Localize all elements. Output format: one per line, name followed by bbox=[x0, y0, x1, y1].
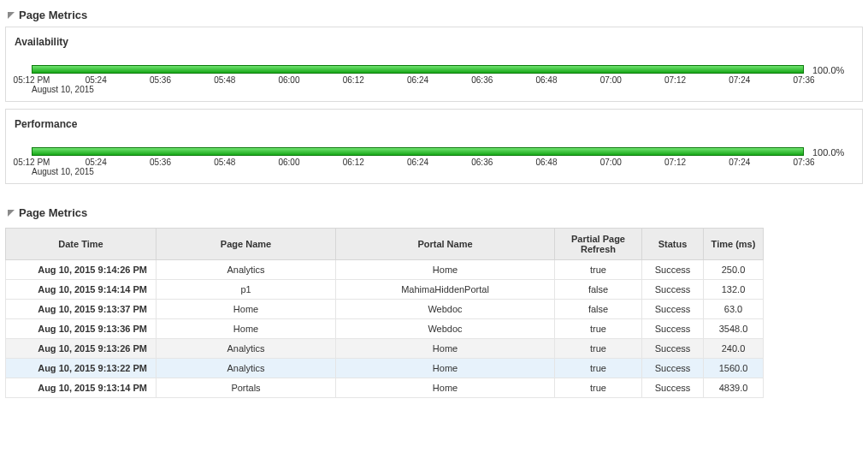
disclosure-triangle-icon bbox=[7, 11, 15, 20]
axis-tick: 07:36 bbox=[793, 75, 814, 85]
cell-time-ms: 250.0 bbox=[704, 260, 764, 280]
cell-page-name: p1 bbox=[156, 280, 336, 300]
chart-title: Availability bbox=[15, 36, 857, 48]
axis-tick: 05:24 bbox=[86, 75, 107, 85]
svg-marker-0 bbox=[8, 12, 15, 19]
axis-tick: 06:48 bbox=[535, 158, 557, 167]
axis-tick: 05:36 bbox=[150, 158, 171, 167]
axis-tick: 05:12 PM bbox=[14, 158, 50, 167]
axis-tick: 06:12 bbox=[343, 158, 364, 167]
page-metrics-table: Date Time Page Name Portal Name Partial … bbox=[5, 228, 764, 398]
table-row[interactable]: Aug 10, 2015 9:13:37 PMHomeWebdocfalseSu… bbox=[6, 300, 764, 319]
table-row[interactable]: Aug 10, 2015 9:14:26 PMAnalyticsHometrue… bbox=[6, 260, 764, 280]
col-partial-page-refresh[interactable]: Partial Page Refresh bbox=[555, 229, 642, 260]
axis-tick: 05:24 bbox=[86, 158, 107, 167]
axis-tick: 06:48 bbox=[535, 75, 557, 85]
cell-partial-page-refresh: true bbox=[555, 319, 642, 339]
availability-ticks: 05:12 PM05:2405:3605:4806:0006:1206:2406… bbox=[32, 75, 804, 96]
table-row[interactable]: Aug 10, 2015 9:13:14 PMPortalsHometrueSu… bbox=[6, 378, 764, 398]
cell-status: Success bbox=[642, 359, 704, 378]
cell-date-time: Aug 10, 2015 9:13:26 PM bbox=[6, 339, 156, 359]
cell-page-name: Analytics bbox=[156, 339, 336, 359]
cell-time-ms: 63.0 bbox=[704, 300, 764, 319]
cell-time-ms: 4839.0 bbox=[704, 378, 764, 398]
axis-tick: 05:12 PM bbox=[14, 75, 50, 85]
cell-portal-name: Home bbox=[336, 260, 555, 280]
cell-partial-page-refresh: true bbox=[555, 260, 642, 280]
axis-tick: 07:24 bbox=[729, 158, 750, 167]
cell-status: Success bbox=[642, 280, 704, 300]
section-title: Page Metrics bbox=[19, 206, 87, 219]
col-date-time[interactable]: Date Time bbox=[6, 229, 156, 260]
table-row[interactable]: Aug 10, 2015 9:14:14 PMp1MahimaHiddenPor… bbox=[6, 280, 764, 300]
axis-tick: 06:36 bbox=[471, 158, 493, 167]
performance-ticks: 05:12 PM05:2405:3605:4806:0006:1206:2406… bbox=[32, 158, 804, 178]
cell-partial-page-refresh: true bbox=[555, 359, 642, 378]
cell-portal-name: Webdoc bbox=[336, 300, 555, 319]
cell-status: Success bbox=[642, 339, 704, 359]
cell-status: Success bbox=[642, 260, 704, 280]
cell-partial-page-refresh: false bbox=[555, 300, 642, 319]
cell-partial-page-refresh: true bbox=[555, 378, 642, 398]
cell-time-ms: 1560.0 bbox=[704, 359, 764, 378]
cell-page-name: Home bbox=[156, 319, 336, 339]
cell-date-time: Aug 10, 2015 9:13:37 PM bbox=[6, 300, 156, 319]
availability-chart: Availability 05:12 PM05:2405:3605:4806:0… bbox=[5, 27, 863, 102]
table-row[interactable]: Aug 10, 2015 9:13:36 PMHomeWebdoctrueSuc… bbox=[6, 319, 764, 339]
cell-status: Success bbox=[642, 378, 704, 398]
cell-status: Success bbox=[642, 300, 704, 319]
axis-date-label: August 10, 2015 bbox=[32, 167, 94, 176]
table-row[interactable]: Aug 10, 2015 9:13:22 PMAnalyticsHometrue… bbox=[6, 359, 764, 378]
col-portal-name[interactable]: Portal Name bbox=[336, 229, 555, 260]
section-header-page-metrics-1[interactable]: Page Metrics bbox=[5, 5, 863, 27]
cell-page-name: Analytics bbox=[156, 260, 336, 280]
cell-portal-name: Home bbox=[336, 378, 555, 398]
axis-tick: 06:12 bbox=[343, 75, 364, 85]
axis-tick: 07:00 bbox=[600, 158, 622, 167]
disclosure-triangle-icon bbox=[7, 209, 15, 217]
cell-date-time: Aug 10, 2015 9:14:14 PM bbox=[6, 280, 156, 300]
cell-date-time: Aug 10, 2015 9:13:14 PM bbox=[6, 378, 156, 398]
axis-date-label: August 10, 2015 bbox=[32, 85, 94, 94]
col-time-ms[interactable]: Time (ms) bbox=[704, 229, 764, 260]
availability-bar bbox=[32, 65, 804, 74]
performance-chart: Performance 05:12 PM05:2405:3605:4806:00… bbox=[5, 109, 863, 184]
cell-date-time: Aug 10, 2015 9:13:36 PM bbox=[6, 319, 156, 339]
axis-tick: 06:00 bbox=[278, 158, 299, 167]
cell-status: Success bbox=[642, 319, 704, 339]
col-status[interactable]: Status bbox=[642, 229, 704, 260]
cell-portal-name: Home bbox=[336, 339, 555, 359]
svg-marker-1 bbox=[8, 210, 15, 217]
availability-percent: 100.0% bbox=[812, 65, 857, 75]
chart-title: Performance bbox=[15, 118, 857, 130]
axis-tick: 07:36 bbox=[793, 158, 814, 167]
axis-tick: 06:24 bbox=[407, 158, 428, 167]
axis-tick: 07:12 bbox=[664, 158, 686, 167]
cell-portal-name: Webdoc bbox=[336, 319, 555, 339]
cell-portal-name: Home bbox=[336, 359, 555, 378]
axis-tick: 05:48 bbox=[214, 75, 235, 85]
axis-tick: 07:00 bbox=[600, 75, 622, 85]
cell-page-name: Home bbox=[156, 300, 336, 319]
section-title: Page Metrics bbox=[19, 9, 87, 21]
cell-time-ms: 3548.0 bbox=[704, 319, 764, 339]
cell-partial-page-refresh: false bbox=[555, 280, 642, 300]
axis-tick: 06:24 bbox=[407, 75, 428, 85]
section-header-page-metrics-2[interactable]: Page Metrics bbox=[5, 203, 863, 224]
table-row[interactable]: Aug 10, 2015 9:13:26 PMAnalyticsHometrue… bbox=[6, 339, 764, 359]
performance-bar bbox=[32, 147, 804, 156]
cell-date-time: Aug 10, 2015 9:13:22 PM bbox=[6, 359, 156, 378]
cell-portal-name: MahimaHiddenPortal bbox=[336, 280, 555, 300]
axis-tick: 05:36 bbox=[150, 75, 171, 85]
axis-tick: 07:24 bbox=[729, 75, 750, 85]
cell-time-ms: 240.0 bbox=[704, 339, 764, 359]
axis-tick: 07:12 bbox=[664, 75, 686, 85]
table-header-row: Date Time Page Name Portal Name Partial … bbox=[6, 229, 764, 260]
cell-page-name: Analytics bbox=[156, 359, 336, 378]
cell-partial-page-refresh: true bbox=[555, 339, 642, 359]
performance-percent: 100.0% bbox=[812, 147, 857, 158]
cell-page-name: Portals bbox=[156, 378, 336, 398]
col-page-name[interactable]: Page Name bbox=[156, 229, 336, 260]
axis-tick: 06:00 bbox=[278, 75, 299, 85]
cell-time-ms: 132.0 bbox=[704, 280, 764, 300]
